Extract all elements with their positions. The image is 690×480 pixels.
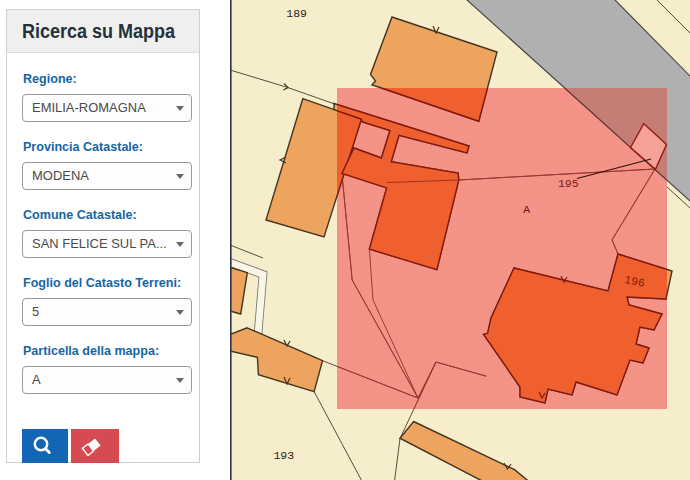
svg-text:A: A (523, 203, 530, 216)
svg-text:193: 193 (273, 449, 294, 462)
svg-text:189: 189 (286, 7, 307, 20)
svg-text:195: 195 (558, 177, 579, 190)
